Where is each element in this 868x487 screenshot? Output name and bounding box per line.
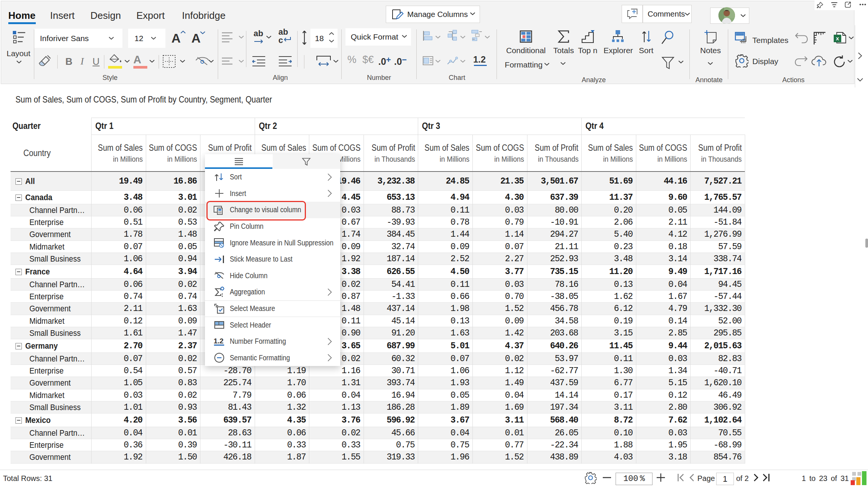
- svg-text:1.2: 1.2: [214, 337, 223, 345]
- svg-text:x: x: [836, 35, 839, 41]
